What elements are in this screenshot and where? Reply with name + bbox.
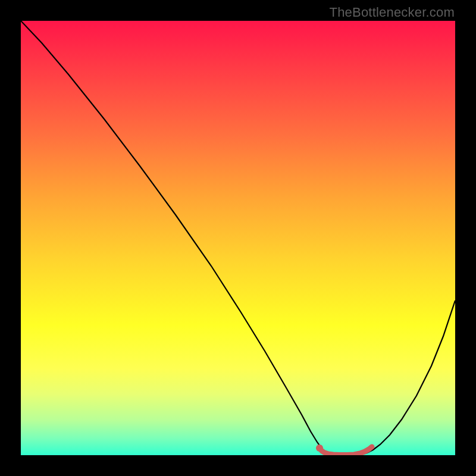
plot-area <box>21 21 455 455</box>
watermark-text: TheBottleneсker.com <box>330 5 455 20</box>
curve-line <box>21 21 455 455</box>
valley-highlight-line <box>320 447 372 455</box>
valley-start-dot <box>316 444 323 452</box>
chart-frame: TheBottleneсker.com <box>0 0 476 476</box>
chart-lines <box>21 21 455 455</box>
